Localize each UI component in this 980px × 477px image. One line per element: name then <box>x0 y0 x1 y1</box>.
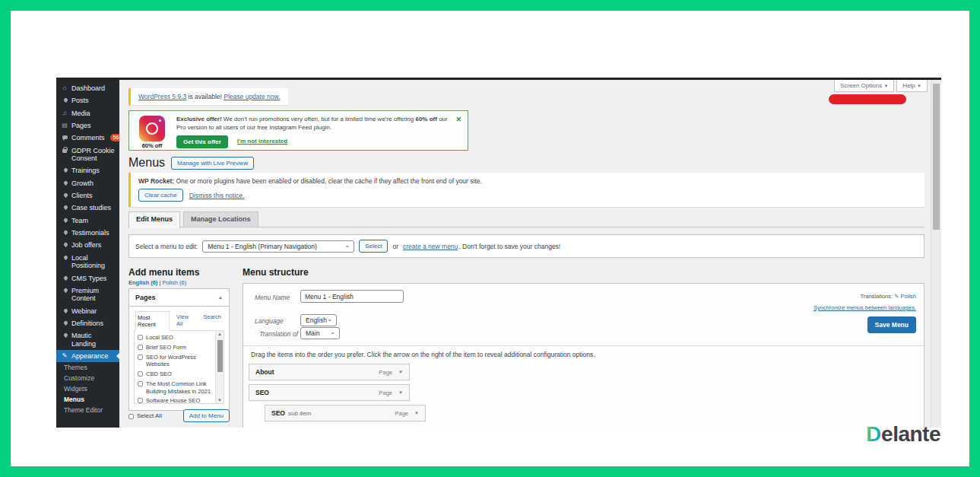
sidebar-item-premium-content[interactable]: Premium Content <box>56 285 119 305</box>
list-item: Software House SEO <box>138 397 213 404</box>
screen-options-button[interactable]: Screen Options ▼ <box>834 80 894 92</box>
pin-icon <box>61 97 68 104</box>
sidebar-item-definitions[interactable]: Definitions <box>56 317 119 329</box>
pages-accordion-header[interactable]: Pages ▲ <box>129 289 229 307</box>
page-scrollbar[interactable] <box>931 80 941 428</box>
menu-select-dropdown[interactable]: Menu 1 - English (Primary Navigation) <box>202 240 354 253</box>
translations-label: Translations: <box>860 293 893 300</box>
page-checkbox[interactable] <box>138 355 143 360</box>
sidebar-subitem-theme-editor[interactable]: Theme Editor <box>56 405 119 415</box>
menu-item-seo-sub[interactable]: SEO sub item Page ▼ <box>265 405 426 421</box>
page-title: Menus <box>128 156 165 170</box>
polish-translation-link[interactable]: Polish <box>901 293 916 300</box>
sidebar-item-pages[interactable]: ▤Pages <box>56 119 119 132</box>
sidebar-item-case-studies[interactable]: Case studies <box>56 202 119 214</box>
page-item-label: SEO for WordPress Websites <box>146 354 213 369</box>
synchronize-menus-link[interactable]: Synchronize menus between languages. <box>813 304 916 311</box>
sidebar-item-growth[interactable]: Growth <box>56 177 119 189</box>
brush-icon: ✎ <box>61 352 68 360</box>
sidebar-item-posts[interactable]: Posts <box>56 94 119 107</box>
sidebar-item-job-offers[interactable]: Job offers <box>56 239 119 251</box>
sidebar-item-appearance[interactable]: ✎Appearance <box>56 350 119 362</box>
sidebar-item-comments[interactable]: Comments56 <box>56 132 119 144</box>
pin-icon <box>61 332 68 339</box>
tab-most-recent[interactable]: Most Recent <box>135 311 170 331</box>
language-filter-polish-link[interactable]: Polish (6) <box>162 279 186 286</box>
select-all-checkbox[interactable] <box>128 414 134 419</box>
sidebar-item-mautic-landing[interactable]: Mautic Landing <box>56 329 119 350</box>
sidebar-item-clients[interactable]: Clients <box>56 189 119 202</box>
create-new-menu-link[interactable]: create a new menu <box>403 243 458 250</box>
sidebar-item-trainings[interactable]: Trainings <box>56 164 119 176</box>
tab-view-all[interactable]: View All <box>175 311 196 330</box>
page-checkbox[interactable] <box>138 398 143 403</box>
sidebar-item-team[interactable]: Team <box>56 215 119 227</box>
sidebar-item-label: Comments <box>71 134 105 142</box>
list-item: CBD SEO <box>138 370 213 378</box>
delante-logo-d: D <box>866 422 881 446</box>
menu-item-suffix: sub item <box>288 410 311 417</box>
sidebar-item-media[interactable]: ♫Media <box>56 107 119 119</box>
chevron-down-icon: ▼ <box>883 84 888 88</box>
translation-of-select[interactable]: Main <box>300 327 340 339</box>
tab-edit-menus[interactable]: Edit Menus <box>128 211 180 228</box>
dismiss-notice-link[interactable]: Dismiss this notice. <box>189 192 245 199</box>
pages-accordion: Pages ▲ Most Recent View All Search Loca… <box>128 288 230 411</box>
not-interested-link[interactable]: I'm not interested <box>237 138 287 146</box>
chevron-up-icon: ▲ <box>218 295 223 300</box>
page-checkbox[interactable] <box>138 371 143 377</box>
sidebar-subitem-menus[interactable]: Menus <box>56 394 119 405</box>
chevron-down-icon[interactable]: ▼ <box>398 370 403 374</box>
page-checkbox[interactable] <box>138 345 143 350</box>
sidebar-subitem-themes[interactable]: Themes <box>56 362 119 373</box>
sidebar-item-label: Trainings <box>71 167 100 174</box>
scrollbar-thumb[interactable] <box>217 340 223 372</box>
sidebar-item-label: Local Positioning <box>71 254 116 270</box>
scroll-up-icon[interactable]: ▲ <box>217 332 222 336</box>
promo-text1: We don't run promotions very often, but … <box>222 116 416 122</box>
menu-select-bar: Select a menu to edit: Menu 1 - English … <box>128 234 924 258</box>
scrollbar-thumb[interactable] <box>933 84 940 230</box>
sidebar-item-label: Case studies <box>71 204 111 211</box>
wp-rocket-notice: WP Rocket: One or more plugins have been… <box>128 173 924 207</box>
scroll-down-icon[interactable]: ▼ <box>217 398 222 402</box>
select-button[interactable]: Select <box>359 240 388 253</box>
menu-structure-heading: Menu structure <box>243 267 309 278</box>
tab-search[interactable]: Search <box>201 311 223 330</box>
sidebar-item-testimonials[interactable]: Testimonials <box>56 227 119 239</box>
add-to-menu-button[interactable]: Add to Menu <box>183 409 230 422</box>
live-preview-button[interactable]: Manage with Live Preview <box>171 157 254 170</box>
menu-item-about[interactable]: About Page ▼ <box>249 364 410 380</box>
sidebar-item-webinar[interactable]: Webinar <box>56 305 119 317</box>
update-now-link[interactable]: Please update now. <box>224 93 280 100</box>
page-checkbox[interactable] <box>138 381 143 386</box>
help-button[interactable]: Help ▼ <box>896 80 928 92</box>
tab-manage-locations[interactable]: Manage Locations <box>183 211 258 227</box>
list-item: Brief SEO Form <box>138 344 213 351</box>
pin-icon <box>61 229 68 237</box>
page-checkbox[interactable] <box>138 335 143 340</box>
list-item: Local SEO <box>138 334 213 342</box>
wordpress-version-link[interactable]: WordPress 5.9.3 <box>138 93 186 100</box>
wp-rocket-body: One or more plugins have been enabled or… <box>174 177 482 185</box>
clear-cache-button[interactable]: Clear cache <box>138 189 183 202</box>
menu-item-type: Page <box>379 369 393 376</box>
menu-item-seo[interactable]: SEO Page ▼ <box>249 384 410 401</box>
sidebar-item-local-positioning[interactable]: Local Positioning <box>56 252 119 272</box>
sidebar-item-cms-types[interactable]: CMS Types <box>56 272 119 285</box>
sidebar-subitem-widgets[interactable]: Widgets <box>56 383 119 394</box>
sidebar-subitem-customize[interactable]: Customize <box>56 373 119 383</box>
language-select[interactable]: English <box>300 314 337 326</box>
chevron-down-icon[interactable]: ▼ <box>398 390 403 395</box>
get-offer-button[interactable]: Get this offer <box>176 135 228 148</box>
chevron-down-icon[interactable]: ▼ <box>414 411 419 415</box>
close-icon[interactable]: ✕ <box>455 116 461 123</box>
promo-discount-label: 60% off <box>135 142 169 149</box>
pin-icon <box>61 307 68 315</box>
sidebar-item-gdpr-cookie-consent[interactable]: GDPR Cookie Consent <box>56 145 119 165</box>
language-filter-english-link[interactable]: English (6) <box>128 279 157 286</box>
pages-scrollbar[interactable]: ▲ ▼ <box>215 331 224 403</box>
menu-name-input[interactable] <box>300 290 404 303</box>
save-menu-button[interactable]: Save Menu <box>867 316 916 333</box>
sidebar-item-dashboard[interactable]: ⌂Dashboard <box>56 82 119 94</box>
